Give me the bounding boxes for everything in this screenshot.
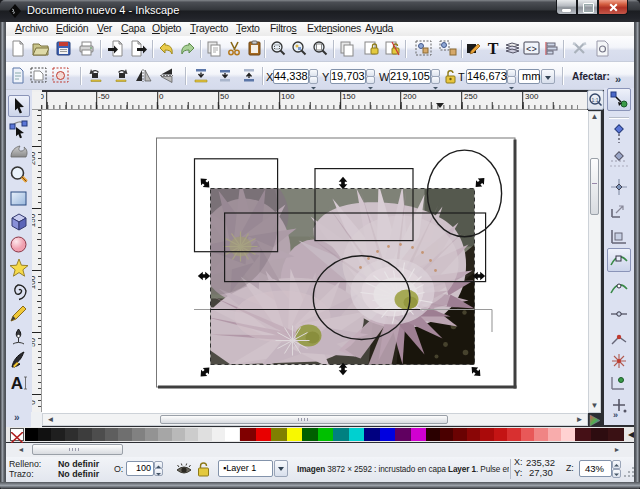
- svg-text:1:1: 1:1: [592, 97, 599, 103]
- svg-text:<>: <>: [526, 45, 537, 55]
- svg-text:A: A: [11, 374, 23, 393]
- svg-text:T: T: [488, 40, 499, 57]
